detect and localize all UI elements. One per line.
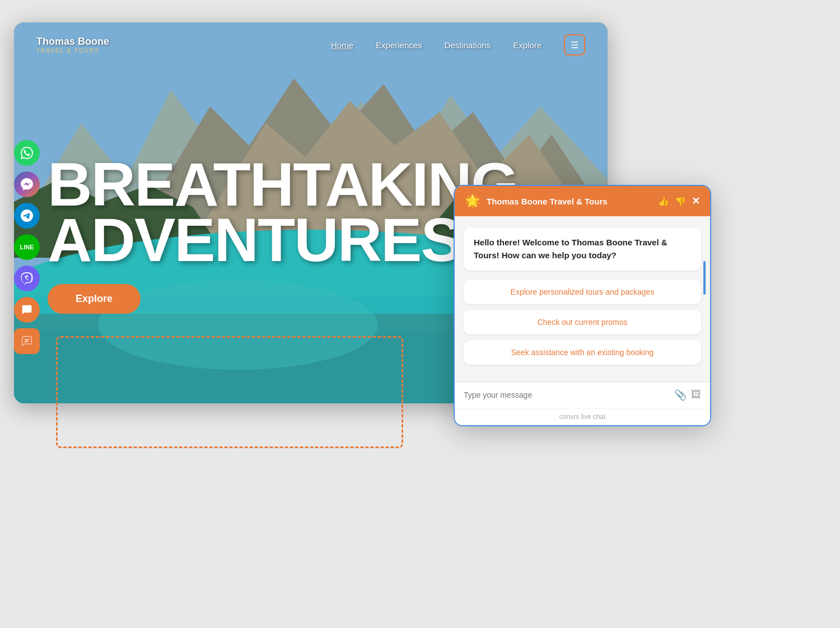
nav-explore[interactable]: Explore xyxy=(513,40,542,50)
chat-header-icon: 🌟 xyxy=(465,194,480,208)
navbar: Thomas Boone TRAVEL & TOURS Home Experie… xyxy=(14,22,608,67)
square-chat-button[interactable] xyxy=(14,328,40,354)
dashed-indicator-box xyxy=(56,336,403,448)
chat-header-actions: 👍 👎 ✕ xyxy=(658,195,700,207)
viber-button[interactable] xyxy=(14,266,40,291)
hero-text: BREATHTAKING ADVENTURES Explore xyxy=(48,156,518,314)
chat-input-icons: 📎 🖼 xyxy=(674,389,701,401)
chat-input-area: 📎 🖼 xyxy=(455,382,710,408)
thumbs-down-button[interactable]: 👎 xyxy=(675,196,686,207)
thumbs-up-button[interactable]: 👍 xyxy=(658,196,669,207)
chat-footer: convrs live chat xyxy=(455,408,710,425)
scroll-indicator[interactable] xyxy=(703,261,706,295)
hero-title-line1: BREATHTAKING xyxy=(48,156,518,212)
chat-option-booking[interactable]: Seek assistance with an existing booking xyxy=(464,340,701,365)
attach-icon[interactable]: 📎 xyxy=(674,389,687,401)
close-chat-button[interactable]: ✕ xyxy=(692,195,700,207)
image-icon[interactable]: 🖼 xyxy=(691,389,701,401)
chat-option-tours[interactable]: Explore personalized tours and packages xyxy=(464,280,701,304)
svg-rect-12 xyxy=(25,341,28,342)
welcome-message: Hello there! Welcome to Thomas Boone Tra… xyxy=(464,227,701,271)
telegram-button[interactable] xyxy=(14,203,40,229)
nav-experiences[interactable]: Experiences xyxy=(376,40,422,50)
chat-input-field[interactable] xyxy=(464,390,669,399)
chat-header-title: Thomas Boone Travel & Tours xyxy=(487,197,651,206)
nav-menu-button[interactable]: ☰ xyxy=(564,34,585,55)
chat-header: 🌟 Thomas Boone Travel & Tours 👍 👎 ✕ xyxy=(455,186,710,216)
brand-name: Thomas Boone xyxy=(36,36,109,48)
messenger-button[interactable] xyxy=(14,171,40,197)
chat-option-promos[interactable]: Check out current promos xyxy=(464,310,701,334)
explore-button[interactable]: Explore xyxy=(48,284,141,314)
nav-links: Home Experiences Destinations Explore ☰ xyxy=(331,34,585,55)
brand: Thomas Boone TRAVEL & TOURS xyxy=(36,36,109,54)
nav-home[interactable]: Home xyxy=(331,40,353,50)
chat-widget: 🌟 Thomas Boone Travel & Tours 👍 👎 ✕ Hell… xyxy=(454,185,711,426)
line-button[interactable]: LINE xyxy=(14,234,40,260)
social-sidebar: LINE xyxy=(14,140,40,354)
whatsapp-button[interactable] xyxy=(14,140,40,166)
svg-rect-11 xyxy=(25,339,29,341)
nav-destinations[interactable]: Destinations xyxy=(445,40,491,50)
hero-title-line2: ADVENTURES xyxy=(48,212,518,267)
brand-subtitle: TRAVEL & TOURS xyxy=(36,48,109,54)
chat-body: Hello there! Welcome to Thomas Boone Tra… xyxy=(455,216,710,382)
chat-bubble-button[interactable] xyxy=(14,297,40,323)
